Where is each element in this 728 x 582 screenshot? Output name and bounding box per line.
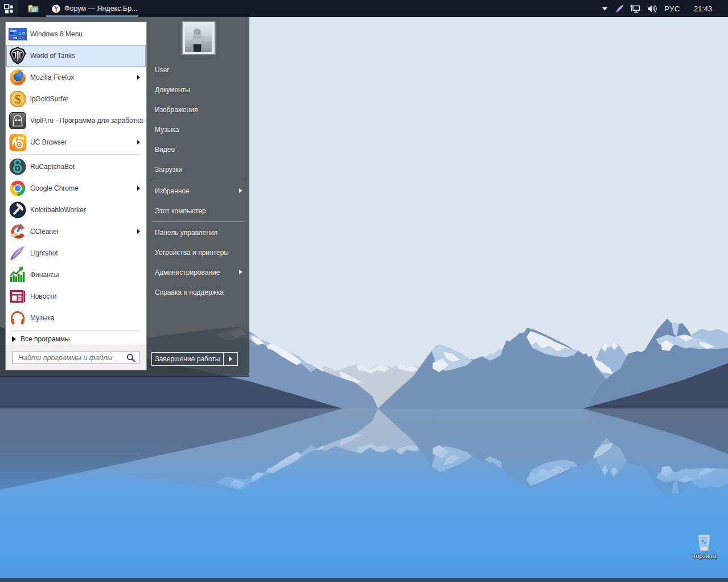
yandex-browser-icon xyxy=(52,5,60,13)
menu-item-label: Музыка xyxy=(155,126,179,134)
search-icon xyxy=(126,353,135,362)
taskbar-explorer-button[interactable] xyxy=(20,0,46,17)
menu-item-label: Google Chrome xyxy=(30,184,79,192)
menu-item-news[interactable]: Новости xyxy=(6,286,146,307)
menu-separator xyxy=(153,180,244,180)
menu-item-label: Изображения xyxy=(155,106,198,114)
menu-item-kolotibabloworker[interactable]: KolotibabloWorker xyxy=(6,199,146,221)
network-icon xyxy=(630,5,640,13)
start-menu-right-panel: User Документы Изображения Музыка Видео … xyxy=(147,17,249,377)
menu-item-ccleaner[interactable]: CCleaner xyxy=(6,221,146,242)
menu-item-finance[interactable]: Финансы xyxy=(6,264,146,286)
menu-item-label: RuCaptchaBot xyxy=(30,163,75,171)
menu-item-label: Новости xyxy=(30,292,56,300)
menu-item-label: Mozilla Firefox xyxy=(30,73,74,81)
recycle-bin-label: Корзина xyxy=(692,552,716,559)
recycle-bin[interactable]: Корзина xyxy=(686,533,722,559)
places-list: User Документы Изображения Музыка Видео … xyxy=(147,60,249,302)
menu-item-google-chrome[interactable]: Google Chrome xyxy=(6,178,146,199)
start-button[interactable] xyxy=(0,0,18,17)
menu-separator xyxy=(11,154,141,155)
menu-item-label: ipGoldSurfer xyxy=(30,95,68,103)
menu-item-videos[interactable]: Видео xyxy=(147,139,249,159)
tray-language-indicator[interactable]: РУС xyxy=(660,5,685,13)
menu-item-label: Финансы xyxy=(30,271,59,279)
taskbar-task-yandex-browser[interactable]: Форум — Яндекс.Бр... xyxy=(46,0,138,17)
menu-item-vipip[interactable]: VipIP.ru - Программа для заработка xyxy=(6,110,146,131)
menu-item-label: Lightshot xyxy=(30,249,58,257)
menu-item-label: Администрирование xyxy=(155,269,220,276)
menu-item-label: Видео xyxy=(155,146,175,154)
tray-lightshot-icon[interactable] xyxy=(612,4,627,14)
menu-item-this-pc[interactable]: Этот компьютер xyxy=(147,201,249,221)
menu-item-administration[interactable]: Администрирование xyxy=(147,262,249,282)
search-box[interactable] xyxy=(12,352,139,364)
ccleaner-icon xyxy=(9,222,27,241)
menu-item-label: Устройства и принтеры xyxy=(155,249,229,257)
all-programs-label: Все программы xyxy=(20,335,70,343)
menu-item-rucaptchabot[interactable]: RuCaptchaBot xyxy=(6,156,146,178)
submenu-arrow-icon xyxy=(137,140,140,145)
menu-item-windows8-menu[interactable]: Start xyxy=(6,23,146,45)
shutdown-arrow-icon xyxy=(229,356,232,362)
user-avatar[interactable] xyxy=(182,22,215,55)
svg-text:$: $ xyxy=(14,92,20,106)
shutdown-button[interactable]: Завершение работы xyxy=(152,353,223,365)
menu-item-world-of-tanks[interactable]: World of Tanks xyxy=(6,45,146,67)
submenu-arrow-icon xyxy=(137,229,140,234)
menu-item-control-panel[interactable]: Панель управления xyxy=(147,222,249,242)
menu-item-music[interactable]: Музыка xyxy=(6,307,146,329)
windows8-menu-icon: Start xyxy=(9,25,27,43)
headphones-icon xyxy=(9,309,27,327)
taskbar: Форум — Яндекс.Бр... xyxy=(0,0,728,17)
shutdown-options-button[interactable] xyxy=(224,353,237,365)
menu-item-user[interactable]: User xyxy=(147,60,249,80)
menu-item-label: VipIP.ru - Программа для заработка xyxy=(30,117,143,125)
feather-icon xyxy=(615,4,624,14)
hammer-icon xyxy=(9,201,27,219)
submenu-arrow-icon xyxy=(137,75,140,80)
recycle-bin-icon xyxy=(694,533,714,552)
ghost-icon xyxy=(9,112,27,130)
menu-item-downloads[interactable]: Загрузки xyxy=(147,159,249,179)
tray-hidden-icons-chevron[interactable] xyxy=(597,7,612,11)
menu-item-music-folder[interactable]: Музыка xyxy=(147,119,249,139)
chevron-down-icon xyxy=(602,7,608,11)
lock-icon xyxy=(9,158,27,176)
tray-volume-icon[interactable] xyxy=(644,5,660,13)
menu-item-label: Windows 8 Menu xyxy=(30,30,83,38)
menu-item-uc-browser[interactable]: UC Browser xyxy=(6,131,146,153)
newspaper-icon xyxy=(9,287,27,306)
menu-separator xyxy=(153,221,244,222)
menu-item-help-support[interactable]: Справка и поддержка xyxy=(147,282,249,302)
menu-item-label: Избранное xyxy=(155,187,190,195)
menu-item-mozilla-firefox[interactable]: Mozilla Firefox xyxy=(6,67,146,88)
uc-browser-icon xyxy=(9,133,27,151)
menu-item-documents[interactable]: Документы xyxy=(147,80,249,100)
tray-network-icon[interactable] xyxy=(627,5,644,13)
menu-item-pictures[interactable]: Изображения xyxy=(147,100,249,119)
firefox-icon xyxy=(9,68,27,86)
menu-item-devices-printers[interactable]: Устройства и принтеры xyxy=(147,242,249,262)
submenu-arrow-icon xyxy=(137,186,140,191)
menu-item-label: Документы xyxy=(155,86,190,94)
menu-item-label: Панель управления xyxy=(155,229,217,237)
system-tray: РУС 21:43 xyxy=(597,0,728,17)
menu-item-favorites[interactable]: Избранное xyxy=(147,181,249,201)
menu-item-ipgoldsurfer[interactable]: $ ipGoldSurfer xyxy=(6,88,146,110)
folder-icon xyxy=(28,4,39,13)
menu-item-label: Загрузки xyxy=(155,166,182,174)
search-input[interactable] xyxy=(13,352,126,364)
submenu-arrow-icon xyxy=(239,270,242,274)
avatar-photo xyxy=(185,24,212,52)
gold-coin-icon: $ xyxy=(9,90,27,108)
all-programs-arrow-icon xyxy=(12,336,16,342)
menu-item-label: Справка и поддержка xyxy=(155,288,224,296)
tray-clock[interactable]: 21:43 xyxy=(685,5,721,13)
submenu-arrow-icon xyxy=(239,188,242,193)
active-task-underline xyxy=(46,15,138,17)
menu-item-lightshot[interactable]: Lightshot xyxy=(6,242,146,264)
task-button-title: Форум — Яндекс.Бр... xyxy=(64,5,138,13)
world-of-tanks-icon xyxy=(9,47,27,65)
menu-item-label: CCleaner xyxy=(30,228,59,236)
